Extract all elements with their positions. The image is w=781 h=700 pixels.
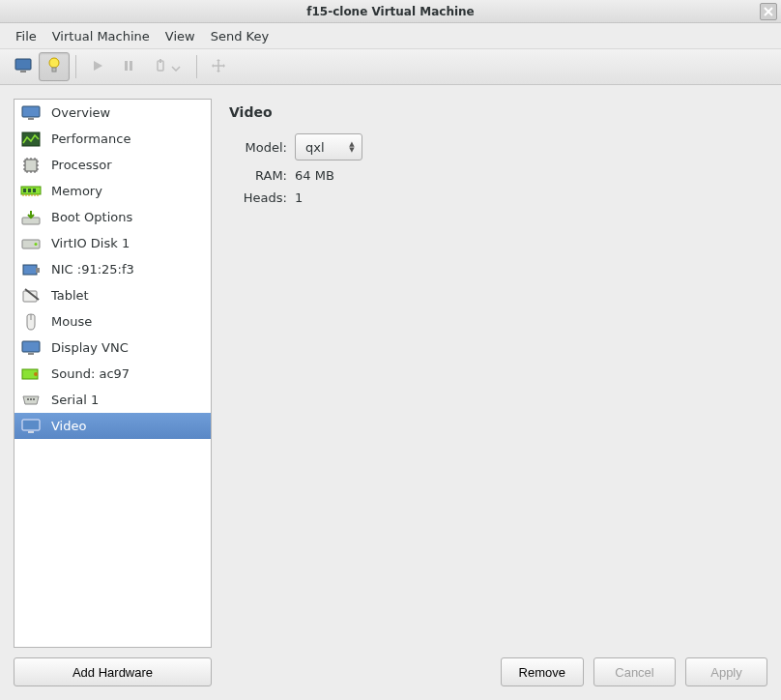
hw-item-label: Video <box>51 419 86 433</box>
hw-item-serial[interactable]: Serial 1 <box>14 387 211 413</box>
model-label: Model: <box>229 140 287 155</box>
hw-item-disk[interactable]: VirtIO Disk 1 <box>14 230 211 256</box>
remove-button[interactable]: Remove <box>501 657 584 686</box>
hw-item-label: Display VNC <box>51 340 129 355</box>
content-area: Overview Performance Processor Memory Bo… <box>0 85 781 700</box>
svg-rect-9 <box>28 118 34 120</box>
mouse-icon <box>20 312 42 332</box>
hw-item-video[interactable]: Video <box>14 413 211 439</box>
serial-icon <box>20 391 42 410</box>
svg-point-28 <box>33 398 35 400</box>
svg-rect-4 <box>125 61 128 71</box>
hw-item-memory[interactable]: Memory <box>14 178 211 204</box>
svg-rect-20 <box>36 268 40 273</box>
model-value: qxl <box>305 140 325 155</box>
memory-icon <box>20 182 42 201</box>
monitor-icon <box>20 103 42 123</box>
svg-rect-13 <box>23 189 26 192</box>
hw-item-display[interactable]: Display VNC <box>14 335 211 361</box>
toolbar-separator <box>196 55 197 78</box>
hw-item-label: Serial 1 <box>51 393 99 407</box>
hw-item-label: Mouse <box>51 314 92 329</box>
toolbar-separator <box>75 55 76 78</box>
svg-rect-7 <box>159 59 161 63</box>
detail-pane: Video Model: qxl ▲▼ RAM: 64 MB Heads: 1 <box>229 99 767 648</box>
sound-icon <box>20 365 42 384</box>
hw-item-label: Sound: ac97 <box>51 366 130 381</box>
select-arrows-icon: ▲▼ <box>344 141 360 153</box>
svg-rect-3 <box>52 68 56 72</box>
ram-label: RAM: <box>229 168 287 183</box>
console-view-button[interactable] <box>8 52 39 81</box>
svg-rect-30 <box>28 431 34 433</box>
menu-virtual-machine[interactable]: Virtual Machine <box>44 26 158 46</box>
svg-rect-15 <box>33 189 36 192</box>
right-column: Video Model: qxl ▲▼ RAM: 64 MB Heads: 1 <box>229 99 767 686</box>
performance-icon <box>20 130 42 149</box>
hw-item-label: Processor <box>51 158 112 172</box>
hw-item-processor[interactable]: Processor <box>14 152 211 178</box>
hw-item-label: Overview <box>51 105 110 120</box>
menubar: File Virtual Machine View Send Key <box>0 23 781 48</box>
toolbar <box>0 48 781 85</box>
svg-point-26 <box>27 398 29 400</box>
svg-rect-5 <box>130 61 132 71</box>
svg-point-2 <box>49 58 59 68</box>
video-icon <box>20 417 42 436</box>
left-column: Overview Performance Processor Memory Bo… <box>14 99 212 686</box>
details-view-button[interactable] <box>39 52 70 81</box>
fullscreen-icon <box>211 58 226 76</box>
menu-file[interactable]: File <box>8 26 44 46</box>
svg-rect-10 <box>22 132 40 146</box>
chevron-down-icon <box>171 60 181 74</box>
hw-item-sound[interactable]: Sound: ac97 <box>14 361 211 387</box>
nic-icon <box>20 260 42 279</box>
hw-item-label: Boot Options <box>51 210 132 224</box>
svg-rect-8 <box>22 106 40 117</box>
ram-value: 64 MB <box>295 168 334 183</box>
menu-view[interactable]: View <box>158 26 203 46</box>
svg-point-27 <box>30 398 32 400</box>
hw-item-label: Tablet <box>51 288 89 303</box>
hw-item-label: Performance <box>51 131 130 146</box>
heads-label: Heads: <box>229 190 287 205</box>
add-hardware-button[interactable]: Add Hardware <box>14 657 212 686</box>
run-button[interactable] <box>82 52 113 81</box>
hw-item-tablet[interactable]: Tablet <box>14 282 211 308</box>
hw-item-boot-options[interactable]: Boot Options <box>14 204 211 230</box>
hw-item-overview[interactable]: Overview <box>14 100 211 126</box>
boot-icon <box>20 208 42 227</box>
pause-button[interactable] <box>113 52 144 81</box>
svg-rect-11 <box>25 160 37 171</box>
cancel-button[interactable]: Cancel <box>593 657 676 686</box>
svg-rect-1 <box>20 71 26 73</box>
disk-icon <box>20 234 42 253</box>
fullscreen-button[interactable] <box>203 52 234 81</box>
hw-item-performance[interactable]: Performance <box>14 126 211 152</box>
display-icon <box>20 338 42 358</box>
apply-button[interactable]: Apply <box>685 657 767 686</box>
hw-item-label: Memory <box>51 184 102 198</box>
svg-rect-22 <box>22 341 40 352</box>
hw-item-label: VirtIO Disk 1 <box>51 236 130 250</box>
svg-rect-29 <box>22 420 40 430</box>
play-icon <box>91 59 104 75</box>
heads-value: 1 <box>295 190 303 205</box>
svg-rect-0 <box>15 59 31 70</box>
lightbulb-icon <box>47 57 61 77</box>
hw-item-label: NIC :91:25:f3 <box>51 262 134 277</box>
hardware-list[interactable]: Overview Performance Processor Memory Bo… <box>14 99 212 648</box>
hw-item-mouse[interactable]: Mouse <box>14 308 211 335</box>
svg-rect-23 <box>28 353 34 355</box>
shutdown-button[interactable] <box>144 52 190 81</box>
action-buttons: Remove Cancel Apply <box>229 657 767 686</box>
hw-item-nic[interactable]: NIC :91:25:f3 <box>14 256 211 282</box>
model-select[interactable]: qxl ▲▼ <box>295 133 362 160</box>
window-title: f15-clone Virtual Machine <box>306 5 475 18</box>
menu-send-key[interactable]: Send Key <box>203 26 276 46</box>
svg-point-18 <box>35 243 38 246</box>
pause-icon <box>122 59 135 75</box>
detail-title: Video <box>229 104 767 120</box>
window-close-button[interactable] <box>760 3 777 20</box>
power-icon <box>154 58 167 76</box>
